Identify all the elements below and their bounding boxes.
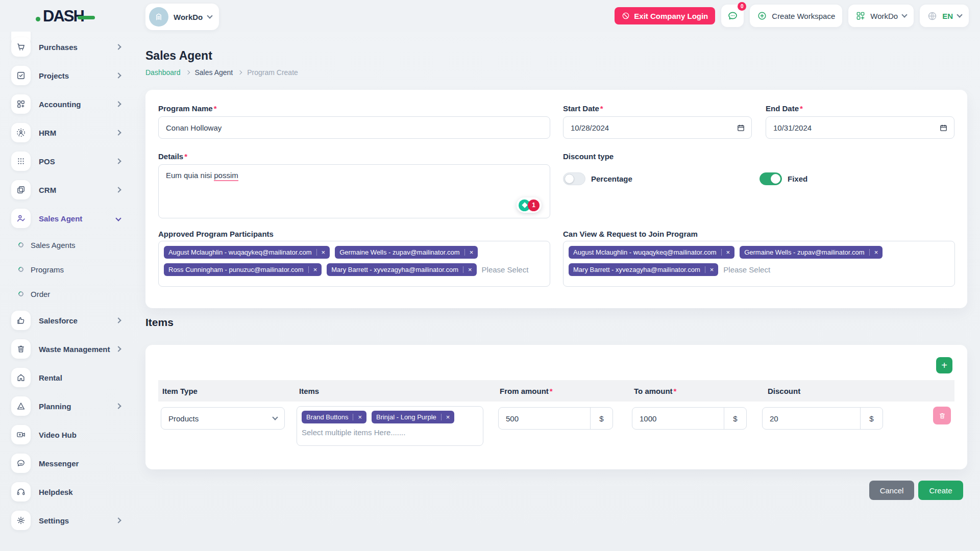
sidebar-subitem-label: Sales Agents (31, 241, 76, 249)
toggle-knob (565, 174, 574, 184)
remove-tag-icon[interactable]: × (308, 266, 317, 273)
calendar-icon[interactable] (939, 123, 948, 132)
exit-company-login-button[interactable]: Exit Company Login (615, 7, 715, 24)
breadcrumb: Dashboard Sales Agent Program Create (145, 68, 298, 77)
submenu-bullet-icon (17, 241, 24, 248)
participant-tag: Ross Cunningham - punuzuc@mailinator.com… (164, 263, 322, 276)
sidebar-item-sales-agent[interactable]: Sales Agent (11, 204, 120, 233)
chevron-right-icon (115, 130, 121, 135)
approved-participants-multiselect[interactable]: August Mclaughlin - wuqaqykeq@mailinator… (158, 241, 550, 287)
column-discount: Discount (768, 387, 954, 395)
sidebar-item-planning[interactable]: Planning (11, 392, 120, 420)
required-mark: * (600, 104, 603, 113)
sidebar-item-settings[interactable]: Settings (11, 506, 120, 535)
sidebar-item-waste-management[interactable]: Waste Management (11, 335, 120, 363)
details-textarea[interactable]: Eum quia nisi possim 1 (158, 164, 550, 218)
program-name-field-wrap (158, 116, 550, 139)
chevron-right-icon (115, 517, 121, 523)
remove-tag-icon[interactable]: × (441, 414, 450, 420)
remove-tag-icon[interactable]: × (705, 266, 714, 273)
chevron-down-icon (957, 12, 962, 17)
column-items: Items (299, 387, 500, 395)
multiselect-placeholder: Please Select (723, 265, 770, 274)
remove-tag-icon[interactable]: × (353, 414, 362, 420)
language-selector[interactable]: EN (920, 5, 969, 27)
modules-plus-icon (11, 94, 31, 114)
create-workspace-button[interactable]: Create Workspace (750, 5, 842, 27)
logo-dash-icon (78, 16, 95, 19)
grammarly-widget[interactable]: 1 (517, 197, 542, 213)
sidebar-item-label: Rental (39, 373, 62, 382)
trash-icon (11, 339, 31, 359)
chevron-right-icon (238, 70, 242, 74)
sidebar-item-salesforce[interactable]: Salesforce (11, 306, 120, 335)
sidebar-item-pos[interactable]: POS (11, 147, 120, 176)
item-type-select[interactable]: Products (161, 407, 285, 430)
fixed-toggle[interactable] (760, 172, 782, 185)
remove-tag-icon[interactable]: × (463, 266, 472, 273)
create-button[interactable]: Create (918, 481, 963, 500)
percentage-toggle[interactable] (563, 172, 585, 185)
calendar-icon[interactable] (737, 123, 745, 132)
sidebar-subitem-sales-agents[interactable]: Sales Agents (11, 233, 129, 257)
end-date-input[interactable] (766, 117, 954, 138)
sidebar-subitem-order[interactable]: Order (11, 282, 129, 306)
brand-logo[interactable]: DASH (36, 7, 95, 26)
from-amount-input[interactable] (499, 408, 590, 429)
sidebar-item-label: POS (39, 157, 55, 166)
sidebar-item-label: Planning (39, 402, 71, 411)
create-workspace-label: Create Workspace (772, 12, 835, 20)
sidebar-item-helpdesk[interactable]: Helpdesk (11, 478, 120, 506)
details-misspelled-word: possim (214, 171, 238, 181)
column-to-amount: To amount* (634, 387, 768, 395)
sidebar-subitem-programs[interactable]: Programs (11, 257, 129, 282)
remove-tag-icon[interactable]: × (464, 249, 474, 256)
participant-tag: Mary Barrett - xyvezagyha@mailinator.com… (569, 263, 718, 276)
sidebar-item-hrm[interactable]: HRM (11, 118, 120, 147)
to-amount-input[interactable] (632, 408, 724, 429)
percentage-toggle-label: Percentage (591, 174, 632, 183)
remove-tag-icon[interactable]: × (869, 249, 878, 256)
overlap-squares-icon (11, 180, 31, 199)
workspace-name: WorkDo (174, 13, 203, 21)
items-card: + Item Type Items From amount* To amount… (145, 345, 967, 469)
delete-item-row-button[interactable] (933, 407, 951, 424)
required-mark: * (674, 387, 677, 395)
sidebar-item-rental[interactable]: Rental (11, 363, 120, 392)
program-name-input[interactable] (159, 117, 550, 138)
details-label: Details* (158, 152, 187, 161)
sidebar-item-purchases[interactable]: Purchases (11, 33, 120, 61)
can-view-label: Can View & Request to Join Program (563, 230, 698, 238)
gear-icon (11, 511, 31, 530)
sidebar-item-messenger[interactable]: Messenger (11, 449, 120, 478)
approved-participants-label: Approved Program Participants (158, 230, 274, 238)
person-check-icon (11, 209, 31, 228)
remove-tag-icon[interactable]: × (316, 249, 326, 256)
can-view-multiselect[interactable]: August Mclaughlin - wuqaqykeq@mailinator… (563, 241, 955, 287)
add-item-row-button[interactable]: + (936, 357, 952, 373)
items-multiselect[interactable]: Brand Buttons× Brinjal - Long Purple× Se… (297, 406, 483, 446)
discount-input[interactable] (763, 408, 860, 429)
remove-tag-icon[interactable]: × (721, 249, 730, 256)
page-title: Sales Agent (145, 49, 212, 63)
app-switcher-button[interactable]: WorkDo (848, 5, 914, 27)
plus-circle-icon (757, 11, 767, 21)
sidebar-item-accounting[interactable]: Accounting (11, 90, 120, 118)
sidebar-item-video-hub[interactable]: Video Hub (11, 420, 120, 449)
breadcrumb-dashboard-link[interactable]: Dashboard (145, 68, 181, 77)
chevron-down-icon (272, 414, 278, 420)
chevron-down-icon (901, 12, 907, 17)
messages-button[interactable]: 0 (721, 5, 744, 27)
logo-dot-icon (36, 17, 40, 21)
workspace-selector[interactable]: WorkDo (145, 4, 219, 30)
sidebar-item-crm[interactable]: CRM (11, 176, 120, 204)
sidebar-item-projects[interactable]: Projects (11, 61, 120, 90)
start-date-input[interactable] (564, 117, 751, 138)
cancel-button[interactable]: Cancel (869, 481, 914, 500)
required-mark: * (214, 104, 217, 113)
sidebar-item-label: Video Hub (39, 431, 77, 439)
currency-addon: $ (590, 408, 612, 429)
top-header: DASH WorkDo Exit Company Login 0 Create … (0, 0, 980, 32)
globe-icon (927, 11, 938, 21)
breadcrumb-sales-agent-link[interactable]: Sales Agent (195, 68, 233, 77)
